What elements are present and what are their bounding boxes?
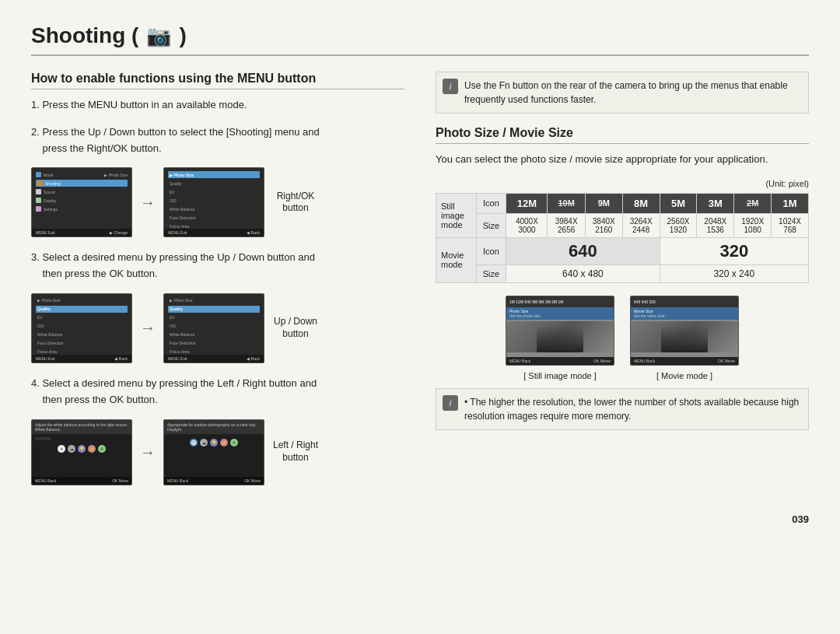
- arrow-2: →: [140, 319, 156, 337]
- bottom-note-text: • The higher the resolution, the lower t…: [464, 395, 802, 423]
- unit-label: (Unit: pixel): [436, 179, 809, 188]
- label-left-right: Left / Right button: [272, 440, 319, 464]
- table-row-still-size: Size 4000X3000 3984X2656 3840X2160 3264X…: [436, 213, 809, 237]
- mode-preview-row: 1M 12M 640 8M 5M 3M 2M 1M Photo Size Set…: [436, 296, 809, 380]
- still-mode-label: [ Still image mode ]: [523, 371, 597, 380]
- step-group-1-2: 1. Press the MENU button in an available…: [31, 97, 404, 237]
- table-row-still-icon: Stillimagemode Icon 12M 10M 9M 8M 5M 3M …: [436, 193, 809, 213]
- arrow-3: →: [140, 443, 156, 461]
- step-2: 2. Press the Up / Down button to select …: [31, 124, 404, 157]
- arrow-1: →: [140, 194, 156, 212]
- label-right-ok: Right/OK button: [272, 191, 319, 215]
- table-row-movie-size: Size 640 x 480 320 x 240: [436, 264, 809, 282]
- screen-step2-after: ▶ Photo Size Quality EV ISO White Balanc: [163, 167, 264, 237]
- left-section-title: How to enable functions using the MENU b…: [31, 72, 404, 89]
- right-column: i Use the Fn button on the rear of the c…: [436, 72, 809, 498]
- title-divider: [31, 54, 809, 56]
- fn-note-box: i Use the Fn button on the rear of the c…: [436, 72, 809, 114]
- step-group-4: 4. Select a desired menu by pressing the…: [31, 376, 404, 485]
- bottom-note-box: i • The higher the resolution, the lower…: [436, 388, 809, 430]
- note-icon: i: [443, 79, 458, 94]
- step-3-images: ▶ Photo Size Quality EV ISO White Balanc: [31, 293, 404, 363]
- screen-step3-after: ▶ Photo Size Quality EV ISO White Balanc: [163, 293, 264, 363]
- label-up-down: Up / Down button: [272, 316, 319, 340]
- still-image-mode-preview: 1M 12M 640 8M 5M 3M 2M 1M Photo Size Set…: [506, 296, 614, 380]
- photo-size-table: Stillimagemode Icon 12M 10M 9M 8M 5M 3M …: [436, 193, 809, 283]
- table-row-movie-icon: Moviemode Icon 640 320: [436, 237, 809, 264]
- fn-note-text: Use the Fn button on the rear of the cam…: [464, 79, 802, 107]
- right-section-title: Photo Size / Movie Size: [436, 126, 809, 144]
- step-1: 1. Press the MENU button in an available…: [31, 97, 404, 114]
- movie-mode-preview: 640 640 320 Movie Size Set the video siz…: [630, 296, 739, 380]
- bottom-note-icon: i: [443, 395, 458, 411]
- screen-step4-before: Adjust the white balance according to th…: [31, 419, 132, 485]
- step-4: 4. Select a desired menu by pressing the…: [31, 376, 404, 408]
- step-group-3: 3. Select a desired menu by pressing the…: [31, 250, 404, 363]
- screen-step4-after: Appropriate for outdoor photography on a…: [163, 419, 264, 485]
- screen-step2-before: Mode ▶ Photo Size Shooting Sound: [31, 167, 132, 237]
- step-2-images: Mode ▶ Photo Size Shooting Sound: [31, 167, 404, 237]
- step-4-images: Adjust the white balance according to th…: [31, 419, 404, 485]
- camera-icon: 📷: [146, 24, 171, 48]
- screen-step3-before: ▶ Photo Size Quality EV ISO White Balanc: [31, 293, 132, 363]
- page-number: 039: [31, 513, 809, 525]
- step-3: 3. Select a desired menu by pressing the…: [31, 250, 404, 282]
- page-title: Shooting ( 📷 ): [31, 23, 809, 48]
- movie-mode-label: [ Movie mode ]: [656, 371, 712, 380]
- still-screen: 1M 12M 640 8M 5M 3M 2M 1M Photo Size Set…: [506, 296, 614, 366]
- left-column: How to enable functions using the MENU b…: [31, 72, 404, 498]
- movie-screen: 640 640 320 Movie Size Set the video siz…: [630, 296, 739, 366]
- right-description: You can select the photo size / movie si…: [436, 152, 809, 168]
